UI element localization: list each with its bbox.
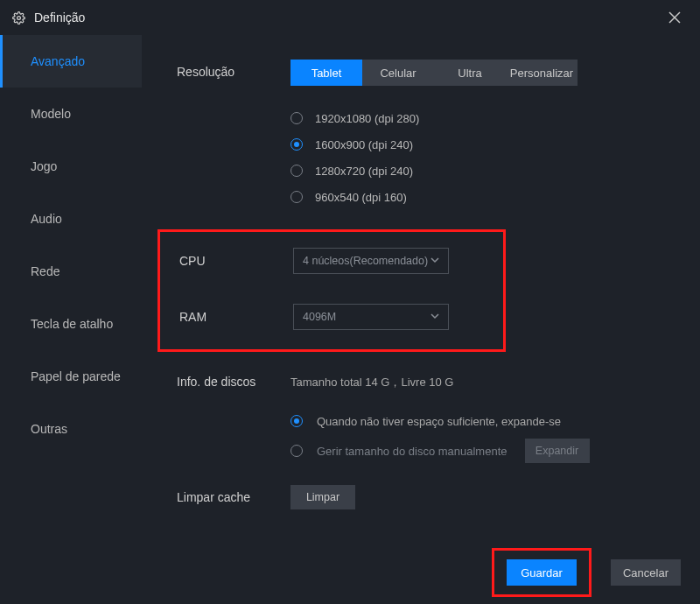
disk-option[interactable]: Gerir tamanho do disco manualmente Expan…	[290, 436, 674, 466]
cpu-label: CPU	[179, 254, 293, 268]
window-title: Definição	[34, 11, 85, 25]
cancel-button[interactable]: Cancelar	[611, 559, 681, 586]
settings-window: Definição Avançado Modelo Jogo Audio Red…	[0, 0, 700, 604]
gear-icon	[12, 11, 25, 25]
resolution-option[interactable]: 1280x720 (dpi 240)	[290, 158, 674, 184]
footer: Guardar Cancelar	[0, 541, 700, 604]
sidebar-item-other[interactable]: Outras	[0, 403, 142, 455]
cpu-select[interactable]: 4 núcleos(Recomendado)	[293, 248, 449, 274]
resolution-option[interactable]: 1920x1080 (dpi 280)	[290, 105, 674, 131]
radio-icon	[290, 415, 303, 427]
option-label: 1280x720 (dpi 240)	[315, 165, 413, 178]
resolution-label: Resolução	[177, 60, 290, 79]
content-panel: Resolução Tablet Celular Ultra Personali…	[142, 35, 700, 541]
sidebar-item-label: Avançado	[31, 54, 85, 68]
chevron-down-icon	[430, 255, 439, 267]
sidebar-item-audio[interactable]: Audio	[0, 193, 142, 245]
resolution-row: Resolução Tablet Celular Ultra Personali…	[177, 60, 674, 210]
radio-icon	[290, 165, 303, 177]
option-label: Quando não tiver espaço suficiente, expa…	[317, 415, 561, 428]
resolution-option[interactable]: 1600x900 (dpi 240)	[290, 131, 674, 158]
disk-row: Info. de discos Tamanho total 14 G，Livre…	[177, 369, 674, 466]
radio-icon	[290, 191, 303, 203]
select-value: 4 núcleos(Recomendado)	[303, 255, 428, 267]
ram-label: RAM	[179, 310, 293, 324]
sidebar-item-hotkey[interactable]: Tecla de atalho	[0, 298, 142, 350]
sidebar-item-label: Jogo	[31, 159, 57, 173]
close-button[interactable]	[662, 4, 688, 32]
save-button[interactable]: Guardar	[507, 559, 577, 586]
clear-cache-button[interactable]: Limpar	[290, 485, 355, 509]
sidebar-item-label: Audio	[31, 212, 62, 226]
cpu-row: CPU 4 núcleos(Recomendado)	[179, 248, 477, 274]
sidebar: Avançado Modelo Jogo Audio Rede Tecla de…	[0, 35, 142, 541]
tab-mobile[interactable]: Celular	[362, 60, 434, 86]
sidebar-item-label: Outras	[31, 422, 67, 436]
sidebar-item-model[interactable]: Modelo	[0, 88, 142, 140]
cache-label: Limpar cache	[177, 485, 290, 504]
save-highlight: Guardar	[492, 548, 592, 597]
option-label: 1920x1080 (dpi 280)	[315, 112, 419, 125]
sidebar-item-label: Modelo	[31, 107, 71, 121]
resolution-option[interactable]: 960x540 (dpi 160)	[290, 184, 674, 210]
sidebar-item-network[interactable]: Rede	[0, 245, 142, 298]
disk-option[interactable]: Quando não tiver espaço suficiente, expa…	[290, 406, 674, 436]
resolution-tabs: Tablet Celular Ultra Personalizar	[290, 60, 674, 86]
sidebar-item-label: Tecla de atalho	[31, 317, 113, 331]
disk-label: Info. de discos	[177, 369, 290, 389]
tab-tablet[interactable]: Tablet	[290, 60, 362, 86]
disk-summary: Tamanho total 14 G，Livre 10 G	[290, 369, 674, 390]
cache-row: Limpar cache Limpar	[177, 485, 674, 509]
svg-point-0	[18, 16, 21, 19]
ram-row: RAM 4096M	[179, 304, 477, 330]
expand-button[interactable]: Expandir	[525, 439, 590, 463]
option-label: 1600x900 (dpi 240)	[315, 138, 413, 151]
titlebar: Definição	[0, 0, 700, 35]
resolution-options: 1920x1080 (dpi 280) 1600x900 (dpi 240) 1…	[290, 105, 674, 210]
chevron-down-icon	[430, 311, 439, 323]
ram-select[interactable]: 4096M	[293, 304, 449, 330]
tab-ultra[interactable]: Ultra	[434, 60, 506, 86]
tab-custom[interactable]: Personalizar	[506, 60, 578, 86]
radio-icon	[290, 138, 303, 151]
sidebar-item-label: Rede	[31, 264, 60, 278]
sidebar-item-wallpaper[interactable]: Papel de parede	[0, 350, 142, 403]
radio-icon	[290, 112, 303, 124]
option-label: 960x540 (dpi 160)	[315, 191, 407, 204]
radio-icon	[290, 445, 303, 457]
sidebar-item-game[interactable]: Jogo	[0, 140, 142, 193]
select-value: 4096M	[303, 311, 336, 323]
option-label: Gerir tamanho do disco manualmente	[317, 445, 508, 458]
sidebar-item-advanced[interactable]: Avançado	[0, 35, 142, 88]
close-icon	[668, 11, 681, 24]
cpu-ram-highlight: CPU 4 núcleos(Recomendado) RAM 4096M	[158, 229, 506, 352]
sidebar-item-label: Papel de parede	[31, 369, 121, 383]
